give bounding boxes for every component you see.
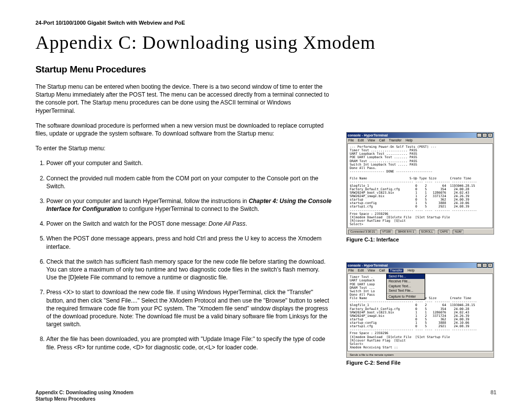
menu-edit: Edit <box>358 138 364 142</box>
hyperterminal-window-2: console - HyperTerminal _ □ × File Edit … <box>346 262 494 358</box>
minimize-icon: _ <box>477 133 482 137</box>
status-hint: Sends a file to the remote system <box>348 353 395 357</box>
menubar-1: File Edit View Call Transfer Help <box>347 138 494 143</box>
terminal-output-1: --- Performing Power-On Self Tests (POST… <box>347 143 493 228</box>
menu-call: Call <box>379 138 385 142</box>
menu-file: File <box>348 269 354 273</box>
figure-c2-caption: Figure C-2: Send File <box>346 360 497 366</box>
dropdown-send-text-file: Send Text File... <box>387 288 425 293</box>
running-header: 24-Port 10/100/1000 Gigabit Switch with … <box>35 20 497 26</box>
minimize-icon: _ <box>477 263 482 268</box>
maximize-icon: □ <box>482 263 487 268</box>
text-column: The Startup menu can be entered when boo… <box>35 83 332 385</box>
footer-line1: Appendix C: Downloading using Xmodem <box>35 389 133 396</box>
menu-help: Help <box>405 138 412 142</box>
window-title-1: console - HyperTerminal <box>348 134 388 137</box>
step-4: Power on the Switch and watch for the PO… <box>46 220 332 228</box>
step-5: When the POST done message appears, pres… <box>46 235 332 250</box>
menu-edit: Edit <box>358 269 364 273</box>
menu-transfer-open: Transfer <box>389 269 403 273</box>
status-num: NUM <box>453 230 464 234</box>
para-3: To enter the Startup menu: <box>35 144 332 152</box>
menu-view: View <box>367 138 375 142</box>
step-3c: to configure HyperTerminal to connect to… <box>121 206 259 212</box>
menu-transfer: Transfer <box>389 138 401 142</box>
titlebar-2: console - HyperTerminal _ □ × <box>347 263 494 268</box>
footer-line2: Startup Menu Procedures <box>35 396 133 402</box>
figure-c1: console - HyperTerminal _ □ × File Edit … <box>346 132 497 242</box>
para-2: The software download procedure is perfo… <box>35 122 332 137</box>
hyperterminal-window-1: console - HyperTerminal _ □ × File Edit … <box>346 132 494 235</box>
step-list: Power off your computer and Switch. Conn… <box>35 159 332 351</box>
menu-help: Help <box>407 269 414 273</box>
dropdown-capture-printer: Capture to Printer <box>387 294 425 299</box>
status-baud: 38400 8-N-1 <box>396 230 416 234</box>
step-1: Power off your computer and Switch. <box>46 159 332 167</box>
step-2: Connect the provided null modem cable fr… <box>46 174 332 190</box>
two-column-layout: The Startup menu can be entered when boo… <box>35 83 497 385</box>
transfer-dropdown: Send File... Receive File... Capture Tex… <box>386 274 425 299</box>
close-icon: × <box>488 263 493 268</box>
step-4c: . <box>245 220 247 227</box>
appendix-title: Appendix C: Downloading using Xmodem <box>35 32 497 53</box>
step-3a: Power on your computer and launch HyperT… <box>46 198 249 205</box>
status-conn: Connected 3:30:21 <box>348 230 377 234</box>
step-3: Power on your computer and launch HyperT… <box>46 197 332 213</box>
menu-view: View <box>367 269 375 273</box>
page-number: 81 <box>491 389 497 402</box>
section-heading: Startup Menu Procedures <box>35 64 497 75</box>
terminal-top: Timer Test . UART Loopback POE UART Loop… <box>350 275 377 297</box>
close-icon: × <box>488 133 493 137</box>
terminal-bottom: File Name S-Up Type Size Create Time ---… <box>350 296 477 349</box>
step-4a: Power on the Switch and watch for the PO… <box>46 220 208 227</box>
step-8: After the file has been downloaded, you … <box>46 335 332 351</box>
dropdown-receive-file: Receive File... <box>387 279 425 284</box>
footer-left: Appendix C: Downloading using Xmodem Sta… <box>35 389 133 402</box>
page-footer: Appendix C: Downloading using Xmodem Sta… <box>35 389 497 402</box>
step-4b: Done All Pass <box>208 220 245 227</box>
window-title-2: console - HyperTerminal <box>348 264 388 268</box>
dropdown-capture-text: Capture Text... <box>387 284 425 289</box>
menubar-2: File Edit View Call Transfer Help <box>347 268 494 273</box>
status-caps: CAPS <box>438 230 450 234</box>
step-7: Press <X> to start to download the new c… <box>46 288 332 328</box>
figure-c2: console - HyperTerminal _ □ × File Edit … <box>346 262 497 366</box>
statusbar-1: Connected 3:30:21 VT100 38400 8-N-1 SCRO… <box>347 229 494 234</box>
status-scroll: SCROLL <box>419 230 435 234</box>
maximize-icon: □ <box>482 133 487 137</box>
dropdown-send-file: Send File... <box>387 274 425 279</box>
statusbar-2: Sends a file to the remote system <box>347 352 494 357</box>
menu-file: File <box>348 138 354 142</box>
menu-call: Call <box>379 269 385 273</box>
page: 24-Port 10/100/1000 Gigabit Switch with … <box>0 0 532 411</box>
status-emul: VT100 <box>380 230 393 234</box>
titlebar-1: console - HyperTerminal _ □ × <box>347 133 494 138</box>
figure-column: console - HyperTerminal _ □ × File Edit … <box>346 83 497 385</box>
figure-c1-caption: Figure C-1: Interface <box>346 237 497 242</box>
step-6: Check that the switch has sufficient fla… <box>46 258 332 282</box>
para-1: The Startup menu can be entered when boo… <box>35 83 332 115</box>
